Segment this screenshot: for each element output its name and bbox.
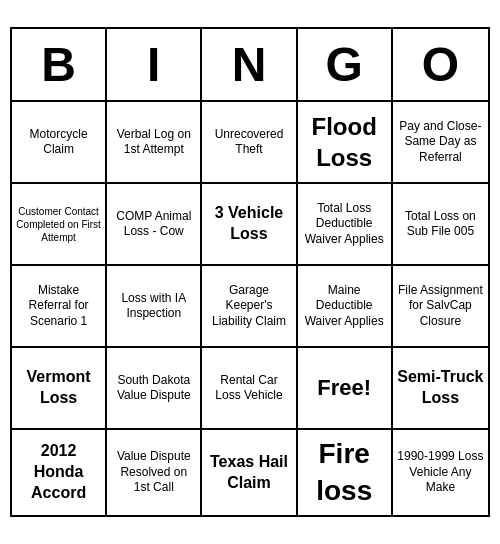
bingo-letter-i: I (107, 29, 202, 100)
bingo-cell-r3c4: Maine Deductible Waiver Applies (298, 266, 393, 348)
bingo-letter-n: N (202, 29, 297, 100)
cell-text-r4c4: Free! (317, 374, 371, 403)
bingo-cell-r3c2: Loss with IA Inspection (107, 266, 202, 348)
cell-text-r5c5: 1990-1999 Loss Vehicle Any Make (397, 449, 484, 496)
bingo-header: BINGO (12, 29, 488, 102)
cell-text-r2c4: Total Loss Deductible Waiver Applies (302, 201, 387, 248)
bingo-cell-r5c4: Fire loss (298, 430, 393, 515)
bingo-cell-r1c5: Pay and Close-Same Day as Referral (393, 102, 488, 184)
cell-text-r3c4: Maine Deductible Waiver Applies (302, 283, 387, 330)
cell-text-r3c3: Garage Keeper's Liability Claim (206, 283, 291, 330)
bingo-letter-g: G (298, 29, 393, 100)
cell-text-r4c2: South Dakota Value Dispute (111, 373, 196, 404)
cell-text-r1c5: Pay and Close-Same Day as Referral (397, 119, 484, 166)
bingo-cell-r2c4: Total Loss Deductible Waiver Applies (298, 184, 393, 266)
bingo-cell-r3c1: Mistake Referral for Scenario 1 (12, 266, 107, 348)
cell-text-r2c5: Total Loss on Sub File 005 (397, 209, 484, 240)
cell-text-r3c2: Loss with IA Inspection (111, 291, 196, 322)
bingo-cell-r5c1: 2012 Honda Accord (12, 430, 107, 515)
bingo-cell-r3c5: File Assignment for SalvCap Closure (393, 266, 488, 348)
cell-text-r1c1: Motorcycle Claim (16, 127, 101, 158)
bingo-cell-r3c3: Garage Keeper's Liability Claim (202, 266, 297, 348)
bingo-cell-r4c5: Semi-Truck Loss (393, 348, 488, 430)
bingo-cell-r5c3: Texas Hail Claim (202, 430, 297, 515)
bingo-cell-r1c2: Verbal Log on 1st Attempt (107, 102, 202, 184)
bingo-cell-r4c1: Vermont Loss (12, 348, 107, 430)
cell-text-r5c4: Fire loss (302, 436, 387, 509)
bingo-cell-r1c4: Flood Loss (298, 102, 393, 184)
bingo-grid: Motorcycle ClaimVerbal Log on 1st Attemp… (12, 102, 488, 515)
bingo-cell-r2c5: Total Loss on Sub File 005 (393, 184, 488, 266)
bingo-cell-r2c2: COMP Animal Loss - Cow (107, 184, 202, 266)
cell-text-r5c2: Value Dispute Resolved on 1st Call (111, 449, 196, 496)
bingo-cell-r2c3: 3 Vehicle Loss (202, 184, 297, 266)
cell-text-r2c3: 3 Vehicle Loss (206, 203, 291, 245)
bingo-card: BINGO Motorcycle ClaimVerbal Log on 1st … (10, 27, 490, 517)
cell-text-r4c1: Vermont Loss (16, 367, 101, 409)
bingo-cell-r4c3: Rental Car Loss Vehicle (202, 348, 297, 430)
cell-text-r1c4: Flood Loss (302, 111, 387, 173)
bingo-cell-r4c2: South Dakota Value Dispute (107, 348, 202, 430)
bingo-cell-r4c4: Free! (298, 348, 393, 430)
cell-text-r5c1: 2012 Honda Accord (16, 441, 101, 503)
cell-text-r1c3: Unrecovered Theft (206, 127, 291, 158)
bingo-cell-r1c1: Motorcycle Claim (12, 102, 107, 184)
bingo-cell-r1c3: Unrecovered Theft (202, 102, 297, 184)
bingo-cell-r5c5: 1990-1999 Loss Vehicle Any Make (393, 430, 488, 515)
cell-text-r1c2: Verbal Log on 1st Attempt (111, 127, 196, 158)
bingo-cell-r2c1: Customer Contact Completed on First Atte… (12, 184, 107, 266)
cell-text-r5c3: Texas Hail Claim (206, 452, 291, 494)
bingo-letter-b: B (12, 29, 107, 100)
cell-text-r4c3: Rental Car Loss Vehicle (206, 373, 291, 404)
cell-text-r2c1: Customer Contact Completed on First Atte… (16, 205, 101, 244)
cell-text-r2c2: COMP Animal Loss - Cow (111, 209, 196, 240)
cell-text-r3c5: File Assignment for SalvCap Closure (397, 283, 484, 330)
bingo-letter-o: O (393, 29, 488, 100)
bingo-cell-r5c2: Value Dispute Resolved on 1st Call (107, 430, 202, 515)
cell-text-r3c1: Mistake Referral for Scenario 1 (16, 283, 101, 330)
cell-text-r4c5: Semi-Truck Loss (397, 367, 484, 409)
